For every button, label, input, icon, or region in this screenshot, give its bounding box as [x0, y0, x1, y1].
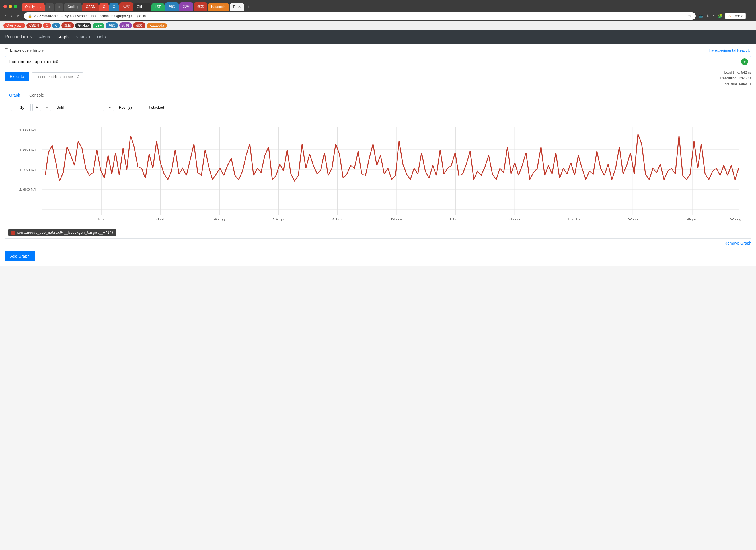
bookmark-wangpan[interactable]: 网盘: [106, 22, 118, 28]
error-badge[interactable]: ⚠ Error ▾: [725, 13, 746, 19]
reload-button[interactable]: ↻: [16, 13, 22, 19]
maximize-window-button[interactable]: [14, 5, 17, 8]
bookmark-github[interactable]: GitHub: [75, 23, 91, 28]
back-button[interactable]: ‹: [3, 13, 7, 19]
tab-label: 红帽: [123, 4, 130, 9]
error-label: Error: [732, 14, 740, 18]
bookmark-icon[interactable]: ☆: [688, 14, 692, 18]
bookmark-c1[interactable]: C: [43, 23, 51, 28]
browser-tab-1[interactable]: ○: [45, 3, 54, 11]
bookmark-katacoda[interactable]: Katacoda: [147, 23, 167, 28]
browser-tab-katacoda[interactable]: Katacoda: [208, 3, 229, 11]
bookmark-lsf[interactable]: LSF: [93, 23, 104, 28]
metric-dropdown[interactable]: - insert metric at cursor - ⬡: [32, 72, 84, 81]
bookmark-csdn[interactable]: CSDN: [26, 23, 42, 28]
bookmark-oreilly[interactable]: Oreilly etc.: [3, 23, 25, 28]
menu-icon[interactable]: ⋮: [747, 13, 753, 19]
query-section: 1{continuous_app_metric0 ↻ Execute - ins…: [5, 56, 751, 87]
browser-tab-rehat[interactable]: 红帽: [119, 2, 133, 11]
browser-tab-jiagou[interactable]: 架构: [179, 2, 193, 11]
total-series-stat: Total time series: 1: [720, 81, 751, 87]
bookmark-label: Katacoda: [149, 24, 164, 28]
duration-minus-button[interactable]: -: [5, 104, 12, 111]
load-time-stat: Load time: 542ms: [720, 70, 751, 75]
youdao-icon[interactable]: Y: [712, 13, 716, 19]
browser-tab-2[interactable]: ○: [55, 3, 63, 11]
tab-label: 网盘: [169, 4, 175, 9]
metric-dropdown-label: - insert metric at cursor -: [35, 75, 75, 79]
browser-tab-active[interactable]: F ✕: [230, 3, 244, 11]
chart-svg: 190M 180M 170M 160M Jun Jul Aug Sep Oct …: [5, 118, 751, 227]
bookmark-label: 论文: [136, 23, 143, 28]
resolution-stat: Resolution: 126144s: [720, 75, 751, 81]
new-tab-button[interactable]: +: [245, 3, 252, 11]
react-ui-link[interactable]: Try experimental React UI: [708, 48, 751, 52]
chevron-down-icon: ▾: [741, 15, 743, 18]
bookmarks-bar: Oreilly etc. CSDN C C 红帽 GitHub LSF 网盘: [0, 21, 756, 30]
tab-label: ○: [49, 5, 51, 9]
minimize-window-button[interactable]: [9, 5, 12, 8]
bookmark-rehat[interactable]: 红帽: [61, 22, 74, 28]
bookmark-c2[interactable]: C: [52, 23, 60, 28]
tab-label: LSF: [155, 5, 161, 9]
browser-actions: 📺 ⬇ Y 🧩 ⚠ Error ▾ ⋮: [698, 13, 753, 19]
svg-text:Aug: Aug: [213, 217, 225, 221]
remove-graph-link[interactable]: Remove Graph: [724, 241, 751, 245]
url-bar[interactable]: 🔒 2886795302-9090-elsy02.environments.ka…: [24, 12, 696, 20]
svg-text:190M: 190M: [19, 128, 36, 132]
enable-history-checkbox[interactable]: [5, 48, 8, 52]
browser-tab-wangpan[interactable]: 网盘: [165, 2, 179, 11]
cast-icon[interactable]: 📺: [698, 13, 704, 19]
browser-tab-github[interactable]: GitHub: [133, 3, 151, 11]
duration-input[interactable]: 1y: [14, 104, 31, 111]
bookmark-label: C: [55, 24, 57, 28]
bookmark-label: 红帽: [64, 23, 71, 28]
query-input[interactable]: 1{continuous_app_metric0: [5, 56, 751, 67]
svg-text:Apr: Apr: [687, 217, 697, 221]
time-next-button[interactable]: »: [106, 104, 114, 111]
browser-tab-c2[interactable]: C: [109, 3, 119, 11]
svg-text:May: May: [729, 217, 742, 221]
bookmark-jiagou[interactable]: 架构: [119, 22, 132, 28]
app-brand: Prometheus: [5, 34, 32, 40]
browser-tab-lsf[interactable]: LSF: [151, 3, 165, 11]
nav-status-label: Status: [75, 34, 88, 39]
svg-text:Oct: Oct: [332, 217, 343, 221]
stats-panel: Load time: 542ms Resolution: 126144s Tot…: [720, 70, 751, 87]
until-input[interactable]: Until: [53, 104, 104, 111]
browser-tab-csdn[interactable]: CSDN: [82, 3, 99, 11]
main-content: Enable query history Try experimental Re…: [0, 44, 756, 266]
svg-text:180M: 180M: [19, 148, 36, 151]
query-spinner: ↻: [741, 58, 748, 65]
stacked-toggle[interactable]: stacked: [143, 104, 167, 111]
browser-tab-lunwen[interactable]: 论文: [194, 2, 207, 11]
nav-help[interactable]: Help: [97, 34, 106, 39]
close-tab-icon[interactable]: ✕: [238, 5, 241, 9]
enable-history-checkbox-label[interactable]: Enable query history: [5, 48, 44, 52]
extension-icon[interactable]: 🧩: [717, 13, 723, 19]
forward-button[interactable]: ›: [9, 13, 13, 19]
tab-console[interactable]: Console: [25, 91, 48, 100]
app-navbar: Prometheus Alerts Graph Status ▾ Help: [0, 30, 756, 44]
bookmark-lunwen[interactable]: 论文: [133, 22, 145, 28]
nav-graph[interactable]: Graph: [57, 34, 69, 39]
resolution-input[interactable]: Res. (s): [116, 104, 141, 111]
tab-row: Graph Console: [5, 91, 751, 100]
bookmark-label: 网盘: [108, 23, 115, 28]
time-prev-button[interactable]: «: [43, 104, 51, 111]
browser-tab-c1[interactable]: C: [99, 3, 109, 11]
duration-plus-button[interactable]: +: [32, 104, 41, 111]
nav-status[interactable]: Status ▾: [75, 34, 90, 39]
close-window-button[interactable]: [3, 5, 7, 8]
nav-alerts[interactable]: Alerts: [39, 34, 50, 39]
tab-label: F: [233, 5, 235, 9]
browser-tab-coding[interactable]: Coding: [64, 3, 82, 11]
browser-tab-oreilly[interactable]: Oreilly etc.: [22, 3, 45, 11]
stacked-checkbox[interactable]: [146, 106, 150, 109]
download-icon[interactable]: ⬇: [706, 13, 710, 19]
add-graph-button[interactable]: Add Graph: [5, 251, 35, 261]
execute-button[interactable]: Execute: [5, 72, 29, 81]
tab-label: 架构: [183, 4, 190, 9]
svg-text:Jan: Jan: [509, 217, 520, 221]
tab-graph[interactable]: Graph: [5, 91, 25, 100]
